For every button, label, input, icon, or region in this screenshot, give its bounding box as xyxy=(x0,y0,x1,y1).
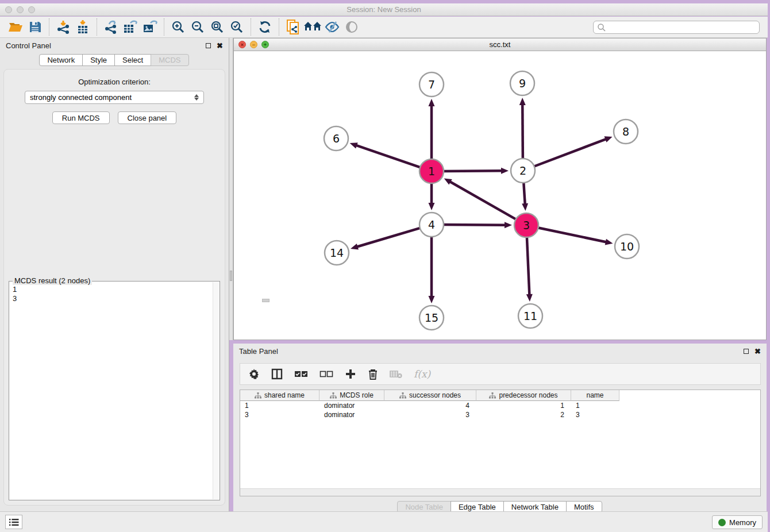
cell-predecessor-nodes[interactable]: 2 xyxy=(476,410,571,419)
cell-shared-name[interactable]: 3 xyxy=(240,410,319,419)
select-all-checkboxes-icon[interactable] xyxy=(294,367,308,381)
task-history-button[interactable] xyxy=(5,515,22,529)
control-panel-title: Control Panel xyxy=(6,41,206,50)
tab-style[interactable]: Style xyxy=(82,54,115,66)
search-icon xyxy=(597,23,606,32)
float-table-panel-icon[interactable] xyxy=(744,349,749,354)
maximize-window-button[interactable] xyxy=(28,6,35,13)
zoom-in-icon[interactable] xyxy=(168,18,188,36)
close-window-button[interactable] xyxy=(5,6,12,13)
duplicate-network-icon[interactable] xyxy=(283,18,303,36)
vertical-splitter[interactable] xyxy=(229,38,233,340)
network-canvas[interactable]: 1234678910111415 xyxy=(234,51,766,340)
optimization-criterion-label: Optimization criterion: xyxy=(4,78,225,86)
tab-network[interactable]: Network xyxy=(39,54,83,66)
close-panel-button[interactable]: Close panel xyxy=(118,111,177,124)
column-label: predecessor nodes xyxy=(499,391,557,399)
add-column-icon[interactable] xyxy=(345,367,356,381)
svg-text:14: 14 xyxy=(330,246,344,259)
import-table-icon[interactable] xyxy=(73,18,93,36)
network-close-button[interactable]: × xyxy=(238,41,246,48)
toolbar-divider xyxy=(164,18,164,36)
search-input[interactable] xyxy=(606,23,759,32)
column-tree-icon xyxy=(330,392,337,399)
table-toolbar: f(x) xyxy=(240,363,761,385)
table-row[interactable]: 1dominator411 xyxy=(240,401,760,410)
network-table-splitter-grip[interactable] xyxy=(262,299,270,302)
hide-selected-icon[interactable] xyxy=(322,18,342,36)
close-panel-icon[interactable]: ✖ xyxy=(217,41,223,50)
toolbar-divider xyxy=(251,18,251,36)
table-panel-title: Table Panel xyxy=(239,347,744,356)
save-session-icon[interactable] xyxy=(25,18,45,36)
cell-shared-name[interactable]: 1 xyxy=(240,401,319,410)
first-neighbors-icon[interactable] xyxy=(303,18,322,36)
node-table[interactable]: shared nameMCDS rolesuccessor nodesprede… xyxy=(240,390,761,496)
delete-rows-icon[interactable] xyxy=(368,367,378,381)
svg-text:2: 2 xyxy=(519,164,526,177)
network-minimize-button[interactable]: − xyxy=(250,41,257,48)
export-table-icon[interactable] xyxy=(121,18,140,36)
criterion-value: strongly connected component xyxy=(30,93,132,102)
minimize-window-button[interactable] xyxy=(17,6,24,13)
import-network-icon[interactable] xyxy=(53,18,73,36)
cell-MCDS-role[interactable]: dominator xyxy=(319,401,384,410)
column-tree-icon xyxy=(399,392,406,399)
column-label: name xyxy=(586,391,603,399)
search-field[interactable] xyxy=(593,21,760,34)
column-header-successor-nodes[interactable]: successor nodes xyxy=(384,390,476,401)
network-maximize-button[interactable]: + xyxy=(261,41,269,48)
select-stepper-icon xyxy=(194,94,199,101)
zoom-selected-icon[interactable] xyxy=(227,18,247,36)
table-horizontal-scrollbar[interactable] xyxy=(240,488,760,496)
apply-layout-icon[interactable] xyxy=(255,18,275,36)
cell-predecessor-nodes[interactable]: 1 xyxy=(476,401,571,410)
svg-text:1: 1 xyxy=(428,165,435,178)
criterion-select[interactable]: strongly connected component xyxy=(25,91,204,104)
result-scrollbar[interactable] xyxy=(213,282,219,499)
cell-MCDS-role[interactable]: dominator xyxy=(319,410,384,419)
zoom-fit-icon[interactable] xyxy=(207,18,227,36)
network-window-titlebar[interactable]: × − + scc.txt xyxy=(234,38,766,51)
export-image-icon[interactable] xyxy=(140,18,160,36)
splitter-grip[interactable] xyxy=(230,271,232,281)
cell-successor-nodes[interactable]: 3 xyxy=(384,410,476,419)
svg-text:11: 11 xyxy=(523,310,537,322)
toolbar-divider xyxy=(49,18,49,36)
gear-icon[interactable] xyxy=(248,367,260,381)
close-table-panel-icon[interactable]: ✖ xyxy=(754,347,761,356)
control-panel: Control Panel ✖ NetworkStyleSelectMCDS O… xyxy=(0,38,229,511)
svg-text:9: 9 xyxy=(519,77,526,90)
delete-column-icon xyxy=(390,367,402,381)
memory-button[interactable]: Memory xyxy=(712,515,763,529)
mcds-panel-body: Optimization criterion: strongly connect… xyxy=(3,69,225,506)
cell-name[interactable]: 1 xyxy=(571,401,619,410)
table-row[interactable]: 3dominator323 xyxy=(240,410,760,419)
cell-successor-nodes[interactable]: 4 xyxy=(384,401,476,410)
split-columns-icon[interactable] xyxy=(271,367,283,381)
svg-text:7: 7 xyxy=(428,78,435,91)
export-network-icon[interactable] xyxy=(101,18,121,36)
app-titlebar: Session: New Session xyxy=(0,3,768,16)
mcds-result-title: MCDS result (2 nodes) xyxy=(13,276,92,285)
control-panel-tabs: NetworkStyleSelectMCDS xyxy=(0,54,229,66)
float-panel-icon[interactable] xyxy=(206,43,211,48)
column-header-predecessor-nodes[interactable]: predecessor nodes xyxy=(476,390,571,401)
zoom-out-icon[interactable] xyxy=(188,18,207,36)
column-header-shared-name[interactable]: shared name xyxy=(240,390,319,401)
show-all-icon[interactable] xyxy=(342,18,361,36)
svg-text:6: 6 xyxy=(333,132,340,145)
main-toolbar xyxy=(0,17,768,38)
cell-name[interactable]: 3 xyxy=(571,410,619,419)
tab-select[interactable]: Select xyxy=(114,54,151,66)
tab-mcds[interactable]: MCDS xyxy=(151,54,188,66)
column-tree-icon xyxy=(255,392,261,399)
deselect-checkboxes-icon[interactable] xyxy=(319,367,333,381)
run-mcds-button[interactable]: Run MCDS xyxy=(52,111,110,124)
network-window-title: scc.txt xyxy=(234,38,766,51)
toolbar-divider xyxy=(279,18,279,36)
open-session-icon[interactable] xyxy=(6,18,25,36)
mcds-result-list: 1 3 xyxy=(9,282,220,307)
column-header-MCDS-role[interactable]: MCDS role xyxy=(319,390,384,401)
column-header-name[interactable]: name xyxy=(571,390,619,401)
